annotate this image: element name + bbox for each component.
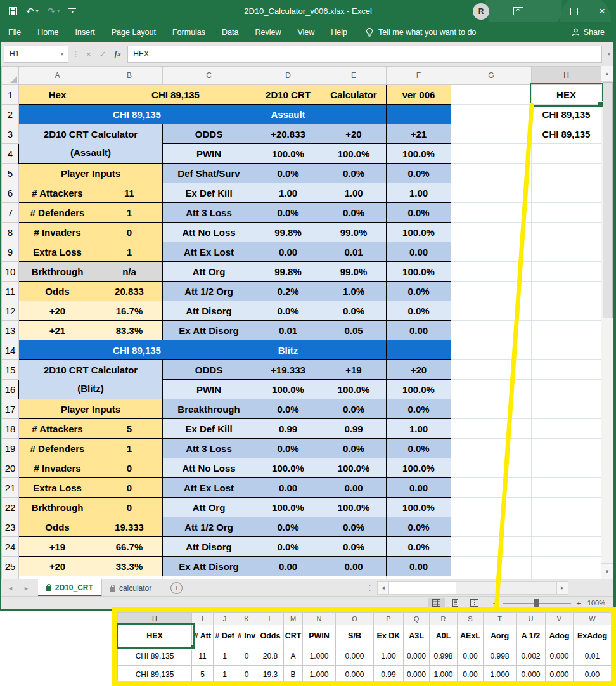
cell-D2[interactable]: Assault: [255, 105, 321, 124]
cell-H22[interactable]: [532, 498, 601, 517]
row-header-2[interactable]: 2: [2, 105, 19, 124]
zoom-in-icon[interactable]: +: [576, 599, 581, 608]
ribbon-tab-insert[interactable]: Insert: [67, 22, 103, 42]
scroll-up-icon[interactable]: ▲: [601, 66, 613, 82]
cell-E25[interactable]: 0.00: [321, 557, 387, 576]
cell-D13[interactable]: 0.01: [255, 321, 321, 340]
cell-A18[interactable]: # Attackers: [19, 419, 96, 439]
cell-B10[interactable]: n/a: [96, 262, 163, 282]
cell-D6[interactable]: 1.00: [255, 183, 321, 203]
cell-E15[interactable]: +19: [321, 360, 387, 380]
cell-D12[interactable]: 0.0%: [255, 301, 321, 321]
cell-A20[interactable]: # Invaders: [19, 458, 96, 478]
cell-D24[interactable]: 0.0%: [255, 537, 321, 557]
ribbon-tab-view[interactable]: View: [289, 22, 323, 42]
row-header-13[interactable]: 13: [2, 321, 19, 340]
view-page-break-icon[interactable]: [466, 598, 483, 608]
cell-A15[interactable]: 2D10 CRT Calculator(Blitz): [19, 360, 163, 399]
avatar[interactable]: R: [473, 3, 489, 20]
cell-F19[interactable]: 0.0%: [387, 439, 451, 458]
cell-B25[interactable]: 33.3%: [96, 557, 163, 576]
cell-C3[interactable]: ODDS: [163, 124, 255, 144]
vertical-scrollbar[interactable]: ▲ ▼: [601, 66, 613, 579]
cell-G12[interactable]: [451, 301, 532, 321]
col-header-H[interactable]: H: [532, 67, 601, 85]
cell-B20[interactable]: 0: [96, 458, 163, 478]
cell-D15[interactable]: +19.333: [255, 360, 321, 380]
cell-E3[interactable]: +20: [321, 124, 387, 144]
row-header-9[interactable]: 9: [2, 242, 19, 262]
cell-C5[interactable]: Def Shat/Surv: [163, 164, 255, 183]
cell-B12[interactable]: 16.7%: [96, 301, 163, 321]
cell-E23[interactable]: 0.0%: [321, 517, 387, 537]
cell-G25[interactable]: [451, 557, 532, 576]
ribbon-tab-home[interactable]: Home: [29, 22, 67, 42]
row-header-11[interactable]: 11: [2, 282, 19, 301]
cell-B19[interactable]: 1: [96, 439, 163, 458]
cell-F15[interactable]: +20: [387, 360, 451, 380]
cell-B11[interactable]: 20.833: [96, 282, 163, 301]
cell-G22[interactable]: [451, 498, 532, 517]
cell-E13[interactable]: 0.05: [321, 321, 387, 340]
scroll-left-icon[interactable]: ◄: [378, 582, 388, 594]
cell-H23[interactable]: [532, 517, 601, 537]
ribbon-tab-data[interactable]: Data: [214, 22, 247, 42]
cell-H24[interactable]: [532, 537, 601, 557]
cell-G8[interactable]: [451, 223, 532, 242]
cell-D19[interactable]: 0.0%: [255, 439, 321, 458]
formula-input[interactable]: HEX: [127, 46, 602, 63]
cell-G14[interactable]: [451, 340, 532, 360]
cell-B23[interactable]: 19.333: [96, 517, 163, 537]
cell-F10[interactable]: 100.0%: [387, 262, 451, 282]
zoom-level[interactable]: 100%: [587, 599, 605, 607]
undo-icon[interactable]: ↶▾: [26, 6, 39, 16]
cell-C11[interactable]: Att 1/2 Org: [163, 282, 255, 301]
cell-G24[interactable]: [451, 537, 532, 557]
cell-F6[interactable]: 1.00: [387, 183, 451, 203]
cell-F5[interactable]: 0.0%: [387, 164, 451, 183]
cell-B18[interactable]: 5: [96, 419, 163, 439]
cell-G23[interactable]: [451, 517, 532, 537]
cell-C23[interactable]: Att 1/2 Org: [163, 517, 255, 537]
row-header-4[interactable]: 4: [2, 144, 19, 164]
cell-D9[interactable]: 0.00: [255, 242, 321, 262]
cell-F22[interactable]: 100.0%: [387, 498, 451, 517]
cell-G16[interactable]: [451, 380, 532, 399]
cell-D7[interactable]: 0.0%: [255, 203, 321, 223]
cell-A14[interactable]: CHI 89,135: [19, 340, 255, 360]
ribbon-tab-review[interactable]: Review: [247, 22, 289, 42]
cell-C24[interactable]: Att Disorg: [163, 537, 255, 557]
cell-F16[interactable]: 100.0%: [387, 380, 451, 399]
cell-E19[interactable]: 0.0%: [321, 439, 387, 458]
cell-E8[interactable]: 99.0%: [321, 223, 387, 242]
row-header-3[interactable]: 3: [2, 124, 19, 144]
cell-E24[interactable]: 0.0%: [321, 537, 387, 557]
cell-E17[interactable]: 0.0%: [321, 399, 387, 419]
cell-F25[interactable]: 0.00: [387, 557, 451, 576]
row-header-23[interactable]: 23: [2, 517, 19, 537]
cell-E6[interactable]: 1.00: [321, 183, 387, 203]
col-header-B[interactable]: B: [96, 67, 163, 85]
cancel-icon[interactable]: ×: [86, 49, 91, 59]
row-header-21[interactable]: 21: [2, 478, 19, 498]
cell-C7[interactable]: Att 3 Loss: [163, 203, 255, 223]
customize-quick-access-icon[interactable]: ▾: [68, 8, 76, 15]
cell-H12[interactable]: [532, 301, 601, 321]
cell-A8[interactable]: # Invaders: [19, 223, 96, 242]
cell-E14[interactable]: [321, 340, 387, 360]
cell-A10[interactable]: Brkthrough: [19, 262, 96, 282]
ribbon-tab-page-layout[interactable]: Page Layout: [103, 22, 164, 42]
cell-B13[interactable]: 83.3%: [96, 321, 163, 340]
cell-E1[interactable]: Calculator: [321, 85, 387, 105]
cell-G5[interactable]: [451, 164, 532, 183]
cell-G11[interactable]: [451, 282, 532, 301]
cell-D5[interactable]: 0.0%: [255, 164, 321, 183]
col-header-E[interactable]: E: [321, 67, 387, 85]
row-header-7[interactable]: 7: [2, 203, 19, 223]
row-header-6[interactable]: 6: [2, 183, 19, 203]
vertical-scrollbar-thumb[interactable]: [603, 82, 613, 318]
row-header-24[interactable]: 24: [2, 537, 19, 557]
cell-F9[interactable]: 0.00: [387, 242, 451, 262]
cell-F17[interactable]: 0.0%: [387, 399, 451, 419]
cell-H11[interactable]: [532, 282, 601, 301]
